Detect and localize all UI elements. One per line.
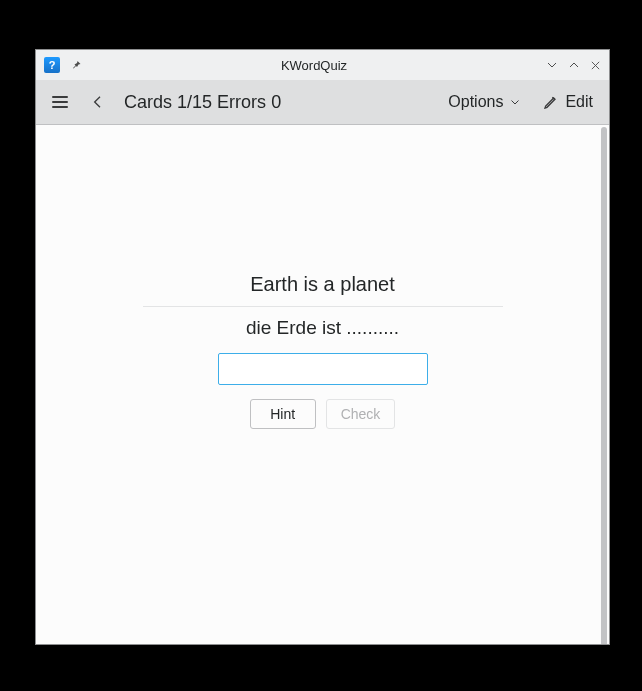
flash-card: Earth is a planet die Erde ist .........…	[36, 273, 609, 429]
back-button[interactable]	[86, 86, 110, 118]
pin-icon[interactable]	[70, 59, 82, 71]
button-row: Hint Check	[250, 399, 396, 429]
errors-count: 0	[271, 92, 281, 112]
errors-label: Errors	[217, 92, 266, 112]
toolbar: Cards 1/15 Errors 0 Options Edit	[36, 80, 609, 125]
title-bar: KWordQuiz	[36, 50, 609, 80]
maximize-icon[interactable]	[568, 59, 580, 71]
progress-current: 1	[177, 92, 187, 112]
menu-button[interactable]	[48, 86, 72, 118]
title-prefix: Cards	[124, 92, 172, 112]
content-area: Earth is a planet die Erde ist .........…	[36, 125, 609, 644]
app-window: KWordQuiz	[35, 49, 610, 645]
options-button[interactable]: Options	[444, 86, 525, 118]
scrollbar-thumb[interactable]	[601, 127, 607, 644]
chevron-down-icon	[509, 96, 521, 108]
window-title: KWordQuiz	[82, 58, 546, 73]
pencil-icon	[543, 94, 559, 110]
card-prompt: die Erde ist ..........	[246, 317, 399, 339]
card-question: Earth is a planet	[250, 273, 395, 306]
edit-label: Edit	[565, 93, 593, 111]
options-label: Options	[448, 93, 503, 111]
answer-input[interactable]	[218, 353, 428, 385]
edit-button[interactable]: Edit	[539, 86, 597, 118]
hint-button[interactable]: Hint	[250, 399, 316, 429]
check-button: Check	[326, 399, 396, 429]
close-icon[interactable]	[590, 60, 601, 71]
page-title: Cards 1/15 Errors 0	[124, 92, 281, 113]
progress-total: 15	[192, 92, 212, 112]
divider	[143, 306, 503, 307]
minimize-icon[interactable]	[546, 59, 558, 71]
app-icon	[44, 57, 60, 73]
